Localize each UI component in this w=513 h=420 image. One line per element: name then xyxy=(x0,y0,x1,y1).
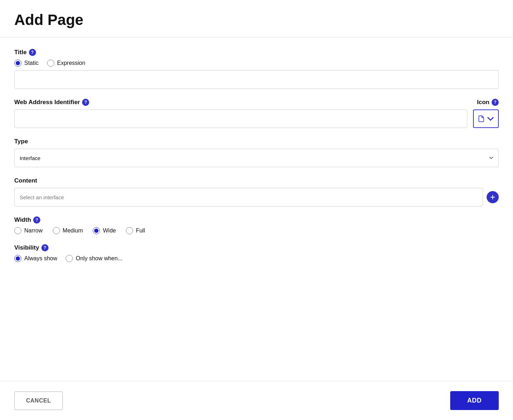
title-section: Title ? Static Expression xyxy=(14,49,499,89)
web-address-section: Web Address Identifier ? Icon ? xyxy=(14,99,499,128)
visibility-always-option[interactable]: Always show xyxy=(14,255,57,262)
page-header: Add Page xyxy=(0,0,513,37)
width-section: Width ? Narrow Medium Wide Full xyxy=(14,216,499,234)
chevron-down-icon xyxy=(487,115,494,122)
content-label: Content xyxy=(14,177,499,184)
icon-label: Icon ? xyxy=(477,99,499,106)
width-full-option[interactable]: Full xyxy=(126,227,145,234)
title-help-icon[interactable]: ? xyxy=(29,49,36,56)
web-address-help-icon[interactable]: ? xyxy=(82,99,89,106)
width-wide-radio[interactable] xyxy=(93,227,100,234)
title-input[interactable] xyxy=(14,70,499,89)
content-section: Content xyxy=(14,177,499,206)
web-address-input[interactable] xyxy=(14,109,467,128)
visibility-section: Visibility ? Always show Only show when.… xyxy=(14,244,499,262)
type-section: Type Interface Dashboard Report Custom xyxy=(14,138,499,167)
content-input-row xyxy=(14,188,499,206)
icon-field-group xyxy=(473,109,499,128)
web-address-field-group xyxy=(14,109,467,128)
visibility-help-icon[interactable]: ? xyxy=(41,244,49,251)
width-narrow-option[interactable]: Narrow xyxy=(14,227,43,234)
title-expression-radio[interactable] xyxy=(47,60,54,67)
add-button[interactable]: ADD xyxy=(450,391,499,410)
width-medium-option[interactable]: Medium xyxy=(53,227,83,234)
visibility-label: Visibility ? xyxy=(14,244,499,251)
visibility-radio-group: Always show Only show when... xyxy=(14,255,499,262)
width-label: Width ? xyxy=(14,216,499,224)
title-static-radio[interactable] xyxy=(14,60,21,67)
type-label: Type xyxy=(14,138,499,145)
icon-help-icon[interactable]: ? xyxy=(492,99,499,106)
width-radio-group: Narrow Medium Wide Full xyxy=(14,227,499,234)
title-expression-option[interactable]: Expression xyxy=(47,60,85,67)
title-radio-group: Static Expression xyxy=(14,60,499,67)
footer: CANCEL ADD xyxy=(0,381,513,420)
width-wide-option[interactable]: Wide xyxy=(93,227,116,234)
icon-picker-button[interactable] xyxy=(473,109,499,128)
width-full-radio[interactable] xyxy=(126,227,133,234)
web-address-row xyxy=(14,109,499,128)
width-medium-radio[interactable] xyxy=(53,227,60,234)
width-help-icon[interactable]: ? xyxy=(33,216,40,224)
content-add-button[interactable] xyxy=(487,191,499,203)
visibility-conditional-radio[interactable] xyxy=(66,255,73,262)
title-label: Title ? xyxy=(14,49,499,56)
width-narrow-radio[interactable] xyxy=(14,227,21,234)
plus-icon xyxy=(489,194,496,200)
title-static-option[interactable]: Static xyxy=(14,60,39,67)
type-select[interactable]: Interface Dashboard Report Custom xyxy=(14,149,499,167)
content-input[interactable] xyxy=(14,188,483,206)
web-address-label-row: Web Address Identifier ? Icon ? xyxy=(14,99,499,106)
visibility-always-radio[interactable] xyxy=(14,255,21,262)
web-address-label: Web Address Identifier ? xyxy=(14,99,89,106)
form-body: Title ? Static Expression Web Address Id… xyxy=(0,37,513,326)
page-title: Add Page xyxy=(14,11,499,29)
visibility-conditional-option[interactable]: Only show when... xyxy=(66,255,122,262)
bottom-spacer xyxy=(14,272,499,315)
cancel-button[interactable]: CANCEL xyxy=(14,391,63,410)
file-icon xyxy=(478,115,485,122)
